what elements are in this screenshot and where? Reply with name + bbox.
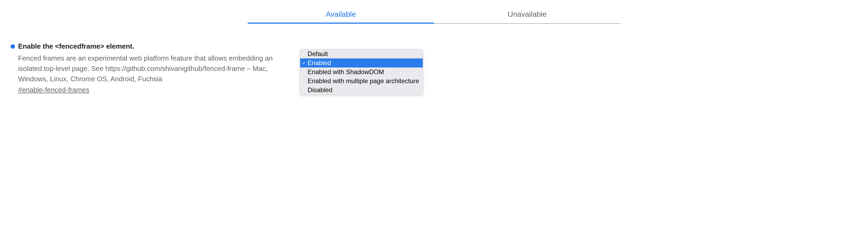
flag-state-dropdown[interactable]: Default Enabled Enabled with ShadowDOM E… [300, 49, 423, 95]
tabs-container: Available Unavailable [248, 5, 620, 24]
flag-content: Enable the <fencedframe> element. Fenced… [11, 42, 300, 94]
tab-unavailable[interactable]: Unavailable [434, 5, 620, 24]
dropdown-container: Default Enabled Enabled with ShadowDOM E… [300, 49, 423, 95]
dropdown-option-enabled[interactable]: Enabled [300, 59, 423, 68]
dropdown-option-disabled[interactable]: Disabled [300, 85, 423, 94]
dropdown-option-enabled-multipage[interactable]: Enabled with multiple page architecture [300, 77, 423, 85]
dropdown-option-enabled-shadowdom[interactable]: Enabled with ShadowDOM [300, 68, 423, 77]
dropdown-option-default[interactable]: Default [300, 49, 423, 59]
flag-title: Enable the <fencedframe> element. [18, 42, 134, 50]
tab-available[interactable]: Available [248, 5, 434, 24]
flag-title-row: Enable the <fencedframe> element. [11, 42, 292, 50]
flag-hash-link[interactable]: #enable-fenced-frames [18, 86, 292, 94]
flag-item: Enable the <fencedframe> element. Fenced… [11, 42, 423, 95]
modified-indicator-icon [11, 44, 15, 49]
flag-description: Fenced frames are an experimental web pl… [18, 53, 292, 84]
